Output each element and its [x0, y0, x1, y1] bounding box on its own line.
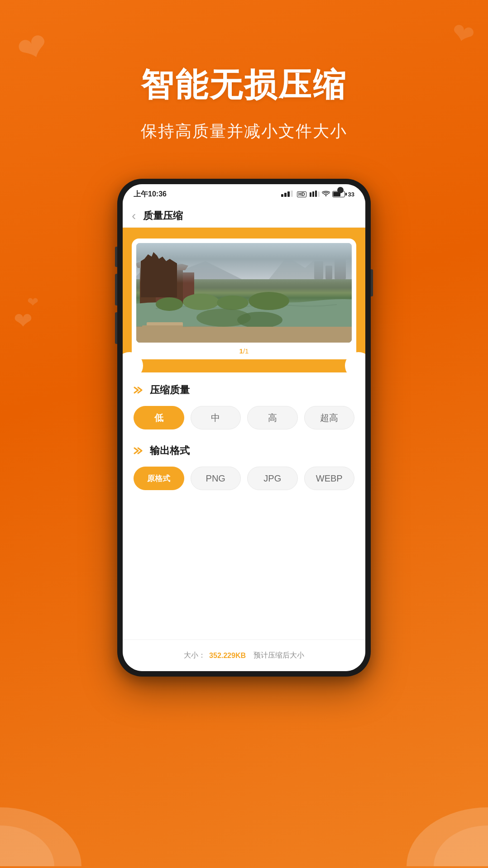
quality-button-group: 低 中 高 超高 [134, 406, 354, 429]
svg-point-25 [249, 292, 289, 310]
status-bar: 上午10:36 HD [123, 184, 365, 204]
quality-btn-high[interactable]: 高 [247, 406, 298, 429]
format-button-group: 原格式 PNG JPG WEBP [134, 467, 354, 490]
image-counter: 1/1 [136, 347, 352, 355]
wifi-icon [322, 191, 330, 198]
svg-rect-16 [140, 268, 158, 304]
svg-rect-12 [136, 243, 352, 279]
format-btn-jpg[interactable]: JPG [247, 467, 298, 490]
quality-double-arrow-icon [134, 386, 145, 395]
svg-point-23 [183, 294, 219, 310]
image-current: 1 [239, 347, 243, 355]
quality-section-header: 压缩质量 [134, 383, 354, 397]
svg-point-3 [434, 825, 488, 866]
phone-container: 上午10:36 HD [0, 179, 488, 677]
header-area: 智能无损压缩 保持高质量并减小文件大小 [0, 0, 488, 170]
bottom-bar-prefix: 大小： [184, 651, 206, 660]
svg-rect-8 [310, 192, 311, 197]
back-button[interactable]: ‹ [132, 209, 136, 223]
bottom-left-wave [0, 785, 100, 868]
quality-btn-low[interactable]: 低 [134, 406, 184, 429]
svg-rect-28 [136, 327, 352, 343]
svg-rect-10 [315, 191, 317, 197]
svg-rect-13 [314, 261, 323, 279]
svg-rect-14 [325, 266, 332, 279]
bottom-bar: 大小： 352.229KB 预计压缩后大小 [123, 639, 365, 671]
quality-btn-medium[interactable]: 中 [191, 406, 241, 429]
svg-rect-11 [318, 191, 320, 197]
svg-point-22 [156, 297, 183, 311]
format-btn-png[interactable]: PNG [191, 467, 241, 490]
status-icons: HD [281, 191, 354, 198]
quality-btn-ultrahigh[interactable]: 超高 [304, 406, 355, 429]
svg-rect-5 [284, 193, 287, 197]
phone-screen: 上午10:36 HD [123, 184, 365, 671]
svg-point-0 [0, 807, 81, 866]
svg-point-2 [407, 807, 488, 866]
svg-point-27 [237, 312, 282, 328]
format-btn-webp[interactable]: WEBP [304, 467, 355, 490]
svg-rect-9 [312, 191, 314, 197]
battery-fill [333, 192, 341, 196]
mute-button [115, 247, 117, 267]
svg-point-24 [217, 296, 249, 310]
bottom-right-wave [388, 785, 488, 868]
svg-point-1 [0, 825, 54, 866]
svg-rect-30 [142, 325, 183, 329]
phone-frame: 上午10:36 HD [117, 179, 371, 677]
volume-up-button [115, 274, 117, 305]
quality-section-title: 压缩质量 [150, 383, 190, 397]
bottom-bar-filesize: 352.229KB [209, 652, 246, 660]
main-title: 智能无损压缩 [0, 63, 488, 107]
svg-rect-4 [281, 194, 283, 197]
format-section: 输出格式 原格式 PNG JPG WEBP [134, 444, 354, 490]
image-card: 1/1 [132, 238, 356, 359]
format-section-header: 输出格式 [134, 444, 354, 458]
svg-rect-6 [287, 191, 290, 197]
battery-percent: 33 [348, 191, 354, 198]
svg-rect-15 [335, 259, 346, 279]
signal-icon [281, 191, 295, 198]
svg-rect-17 [142, 275, 147, 281]
image-preview-area: 1/1 [123, 228, 365, 372]
sub-title: 保持高质量并减小文件大小 [0, 120, 488, 143]
svg-rect-7 [291, 191, 293, 197]
image-total: 1 [245, 347, 249, 355]
bottom-bar-suffix: 预计压缩后大小 [249, 651, 304, 660]
battery-icon [332, 191, 345, 197]
settings-area: 压缩质量 低 中 高 超高 [123, 372, 365, 490]
app-header: ‹ 质量压缩 [123, 204, 365, 228]
format-double-arrow-icon [134, 446, 145, 455]
volume-down-button [115, 312, 117, 344]
status-time: 上午10:36 [134, 190, 167, 199]
svg-rect-18 [149, 275, 153, 281]
app-title: 质量压缩 [143, 209, 183, 223]
preview-image [136, 243, 352, 343]
signal2-icon [310, 191, 320, 198]
hd-icon: HD [297, 191, 306, 197]
format-section-title: 输出格式 [150, 444, 190, 458]
power-button [371, 269, 373, 296]
format-btn-original[interactable]: 原格式 [134, 467, 184, 490]
